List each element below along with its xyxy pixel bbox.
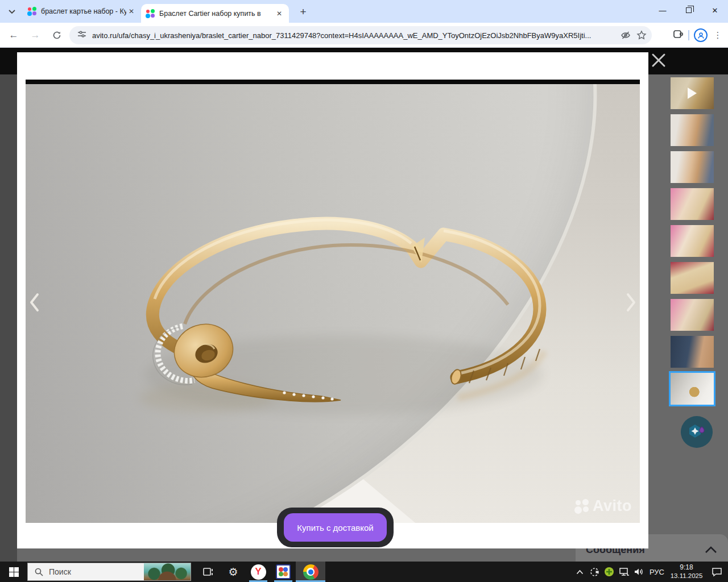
search-placeholder: Поиск [49, 567, 71, 576]
volume-icon[interactable] [631, 562, 646, 582]
thumbnail[interactable] [671, 225, 714, 257]
clock[interactable]: 9:18 13.11.2025 [668, 563, 705, 580]
task-view-button[interactable] [196, 562, 221, 582]
restore-button[interactable] [676, 0, 702, 20]
thumbnail-selected[interactable] [671, 373, 714, 405]
tab-title: браслет картье набор - Купить [41, 7, 126, 15]
buy-button-container: Купить с доставкой [277, 508, 394, 547]
forward-button[interactable]: → [27, 27, 43, 43]
time: 9:18 [680, 563, 693, 572]
address-bar[interactable]: avito.ru/ufa/chasy_i_ukrasheniya/braslet… [69, 26, 652, 44]
search-daily-image[interactable] [144, 563, 191, 581]
main-photo[interactable]: Avito [26, 80, 640, 523]
url-text[interactable]: avito.ru/ufa/chasy_i_ukrasheniya/braslet… [92, 31, 618, 40]
thumbnail[interactable] [671, 336, 714, 368]
page-viewport: Сообщения [0, 48, 728, 562]
gold-nail-bracelet [26, 80, 640, 523]
new-tab-button[interactable]: + [296, 5, 311, 19]
taskbar: Поиск ⚙ Y [0, 562, 728, 582]
tray-chevron-up-icon[interactable] [572, 562, 587, 582]
eye-off-icon[interactable] [618, 27, 634, 43]
taskbar-search-input[interactable]: Поиск [27, 563, 191, 581]
watermark-text: Avito [593, 497, 632, 515]
avito-watermark: Avito [574, 497, 632, 515]
tab-inactive[interactable]: браслет картье набор - Купить ✕ [23, 0, 141, 23]
tab-strip: браслет картье набор - Купить ✕ Браслет … [0, 0, 728, 23]
date: 13.11.2025 [671, 572, 703, 580]
buy-with-delivery-button[interactable]: Купить с доставкой [284, 513, 387, 542]
thumbnail[interactable] [671, 114, 714, 146]
tab-close-icon[interactable]: ✕ [126, 6, 136, 16]
chrome-icon [303, 564, 318, 580]
yandex-icon: Y [251, 564, 266, 580]
browser-toolbar: ← → avito.ru/ufa/chasy_i_ukrasheniya/bra… [0, 23, 728, 48]
window-controls: — ✕ [650, 0, 728, 20]
gear-icon: ⚙ [228, 566, 238, 579]
action-center-icon[interactable] [705, 562, 728, 582]
start-button[interactable] [0, 562, 27, 582]
gallery-overlay: Avito Купить с доставкой [17, 52, 648, 548]
photo-letterbox-bar [26, 80, 640, 84]
close-window-button[interactable]: ✕ [702, 0, 728, 20]
dimmed-page-margin [0, 74, 17, 562]
screen: браслет картье набор - Купить ✕ Браслет … [0, 0, 728, 582]
network-icon[interactable] [617, 562, 631, 582]
onedrive-sync-icon[interactable] [587, 562, 602, 582]
colored-dots-app-button[interactable] [271, 562, 296, 582]
profile-avatar[interactable] [694, 28, 708, 42]
back-button[interactable]: ← [6, 27, 22, 43]
thumbnail-strip [671, 77, 715, 410]
site-info-icon[interactable] [77, 30, 86, 41]
thumbnail[interactable] [671, 188, 714, 220]
minimize-button[interactable]: — [650, 0, 676, 20]
thumbnail[interactable] [671, 151, 714, 183]
antivirus-icon[interactable] [602, 562, 617, 582]
next-photo-arrow[interactable] [624, 291, 639, 314]
thumbnail[interactable] [671, 299, 714, 331]
chevron-up-icon[interactable] [704, 545, 718, 554]
play-icon [688, 88, 697, 99]
language-indicator[interactable]: РУС [646, 568, 668, 576]
prev-photo-arrow[interactable] [27, 291, 42, 314]
system-tray: РУС 9:18 13.11.2025 [572, 562, 728, 582]
extension-floating-button[interactable] [681, 416, 713, 448]
chrome-button-active[interactable] [296, 562, 325, 582]
extensions-icon[interactable] [672, 28, 684, 42]
avito-dots-logo [574, 499, 589, 514]
dots-app-icon [276, 564, 291, 579]
toolbar-divider [688, 30, 689, 40]
tab-active[interactable]: Браслет Cartier набор купить в ✕ [141, 4, 289, 23]
settings-taskbar-button[interactable]: ⚙ [221, 562, 246, 582]
reload-button[interactable] [49, 27, 65, 43]
tab-close-icon[interactable]: ✕ [274, 9, 284, 19]
thumbnail-video[interactable] [671, 77, 714, 109]
thumbnail[interactable] [671, 262, 714, 294]
avito-favicon [146, 9, 155, 18]
bookmark-star-icon[interactable] [634, 27, 650, 43]
avito-favicon [27, 7, 36, 16]
close-gallery-icon[interactable] [650, 51, 668, 69]
yandex-browser-button[interactable]: Y [246, 562, 271, 582]
tab-title: Браслет Cartier набор купить в [159, 10, 274, 18]
tab-search-chevron-icon[interactable] [5, 5, 19, 19]
menu-kebab-icon[interactable]: ⋮ [712, 30, 723, 40]
